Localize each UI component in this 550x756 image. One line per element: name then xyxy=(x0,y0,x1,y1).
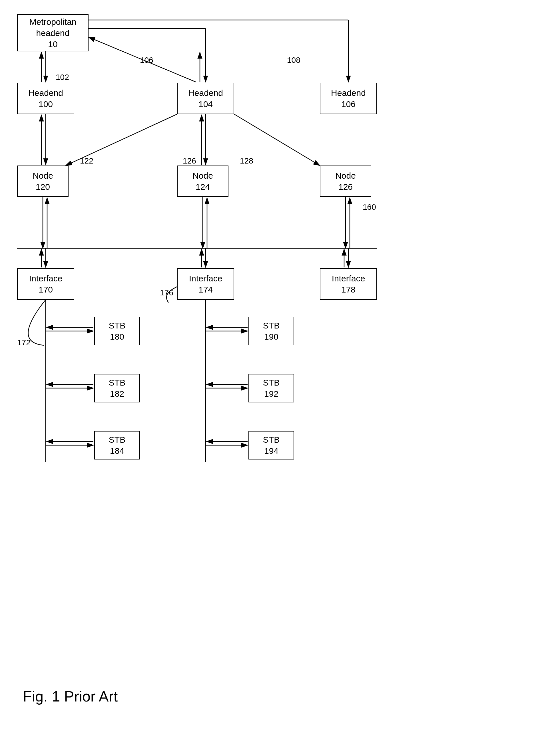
label-106-conn: 106 xyxy=(140,56,153,65)
stb182-label: STB xyxy=(109,377,125,388)
stb182-id: 182 xyxy=(110,388,124,399)
diagram: Metropolitan headend 10 Headend 100 Head… xyxy=(0,0,550,722)
node124-label: Node xyxy=(192,170,213,181)
headend104-label: Headend xyxy=(188,87,223,98)
label-122: 122 xyxy=(80,156,93,166)
box-node126: Node 126 xyxy=(320,166,371,197)
label-176: 176 xyxy=(160,288,173,297)
box-iface170: Interface 170 xyxy=(17,268,74,300)
stb190-id: 190 xyxy=(264,331,279,342)
label-102: 102 xyxy=(56,73,69,82)
metro-headend-label: Metropolitan headend xyxy=(29,16,76,39)
stb184-id: 184 xyxy=(110,445,124,456)
iface174-label: Interface xyxy=(189,273,222,284)
headend104-id: 104 xyxy=(198,98,213,110)
metro-headend-id: 10 xyxy=(48,39,57,50)
iface178-label: Interface xyxy=(332,273,365,284)
stb192-id: 192 xyxy=(264,388,279,399)
stb192-label: STB xyxy=(263,377,280,388)
node124-id: 124 xyxy=(195,181,210,192)
box-stb184: STB 184 xyxy=(94,431,140,459)
box-headend104: Headend 104 xyxy=(177,83,234,114)
node120-id: 120 xyxy=(36,181,50,192)
iface170-id: 170 xyxy=(39,284,53,295)
label-108: 108 xyxy=(287,56,301,65)
stb180-id: 180 xyxy=(110,331,124,342)
stb190-label: STB xyxy=(263,320,280,331)
label-128: 128 xyxy=(240,156,253,166)
node126-id: 126 xyxy=(339,181,353,192)
iface170-label: Interface xyxy=(29,273,63,284)
headend106-id: 106 xyxy=(341,98,356,110)
box-headend100: Headend 100 xyxy=(17,83,74,114)
box-stb192: STB 192 xyxy=(248,374,294,402)
box-stb194: STB 194 xyxy=(248,431,294,459)
label-126-conn: 126 xyxy=(183,156,196,166)
figure-caption: Fig. 1 Prior Art xyxy=(23,688,118,705)
headend100-label: Headend xyxy=(28,87,63,98)
box-headend106: Headend 106 xyxy=(320,83,377,114)
node126-label: Node xyxy=(335,170,356,181)
node120-label: Node xyxy=(33,170,53,181)
stb194-label: STB xyxy=(263,434,280,445)
headend100-id: 100 xyxy=(39,98,53,110)
label-172: 172 xyxy=(17,338,31,347)
box-stb180: STB 180 xyxy=(94,317,140,345)
box-iface174: Interface 174 xyxy=(177,268,234,300)
iface174-id: 174 xyxy=(198,284,213,295)
box-stb182: STB 182 xyxy=(94,374,140,402)
box-stb190: STB 190 xyxy=(248,317,294,345)
box-node120: Node 120 xyxy=(17,166,68,197)
box-node124: Node 124 xyxy=(177,166,228,197)
stb184-label: STB xyxy=(109,434,125,445)
box-metro-headend: Metropolitan headend 10 xyxy=(17,14,88,51)
label-160: 160 xyxy=(363,203,376,212)
stb180-label: STB xyxy=(109,320,125,331)
box-iface178: Interface 178 xyxy=(320,268,377,300)
diagram-arrows xyxy=(0,0,550,722)
stb194-id: 194 xyxy=(264,445,279,456)
headend106-label: Headend xyxy=(331,87,366,98)
iface178-id: 178 xyxy=(341,284,356,295)
